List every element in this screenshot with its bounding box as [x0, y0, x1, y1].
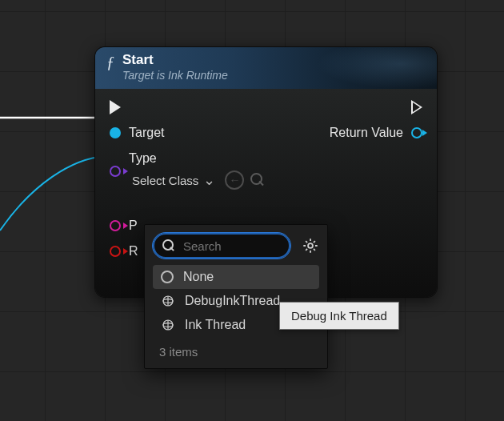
tooltip-text: Debug Ink Thread — [291, 309, 387, 323]
function-icon: ƒ — [106, 54, 114, 71]
object-icon — [161, 318, 175, 332]
return-value-output-pin[interactable] — [411, 127, 422, 138]
object-icon — [161, 294, 175, 308]
class-option-label: DebugInkThread — [185, 294, 280, 308]
gear-icon[interactable] — [302, 237, 319, 255]
exec-input-pin[interactable] — [110, 100, 121, 114]
target-pin-label: Target — [129, 126, 164, 140]
p-pin-label: P — [129, 219, 138, 233]
chevron-down-icon: ⌄ — [203, 173, 215, 187]
class-picker-search-box[interactable] — [153, 233, 290, 259]
tooltip: Debug Ink Thread — [279, 302, 399, 330]
class-option-label: None — [183, 270, 214, 284]
class-option-label: Ink Thread — [185, 318, 246, 332]
return-value-pin-label: Return Value — [330, 126, 403, 140]
back-nav-button[interactable]: ← — [225, 170, 244, 190]
exec-output-pin[interactable] — [411, 100, 422, 114]
node-subtitle: Target is Ink Runtime — [122, 68, 228, 82]
class-option-none[interactable]: None — [153, 265, 319, 289]
node-header[interactable]: ƒ Start Target is Ink Runtime — [95, 47, 437, 89]
r-input-pin[interactable] — [110, 246, 121, 257]
r-pin-label: R — [129, 244, 138, 259]
p-input-pin[interactable] — [110, 220, 121, 231]
class-picker-label: Select Class — [132, 174, 198, 187]
none-icon — [161, 271, 174, 283]
arrow-left-icon: ← — [229, 174, 240, 186]
search-icon — [162, 239, 175, 252]
class-picker-search-input[interactable] — [182, 239, 281, 254]
node-title: Start — [122, 52, 228, 68]
class-picker-count: 3 items — [153, 342, 319, 362]
type-pin-label: Type — [129, 151, 265, 166]
class-picker-toggle[interactable]: Select Class ⌄ — [129, 171, 218, 189]
svg-point-0 — [308, 243, 313, 248]
target-input-pin[interactable] — [110, 127, 121, 138]
class-picker-dropdown[interactable]: None DebugInkThread Ink Thread — [144, 224, 328, 369]
type-input-pin[interactable] — [110, 166, 121, 177]
browse-to-asset-button[interactable] — [250, 173, 265, 187]
